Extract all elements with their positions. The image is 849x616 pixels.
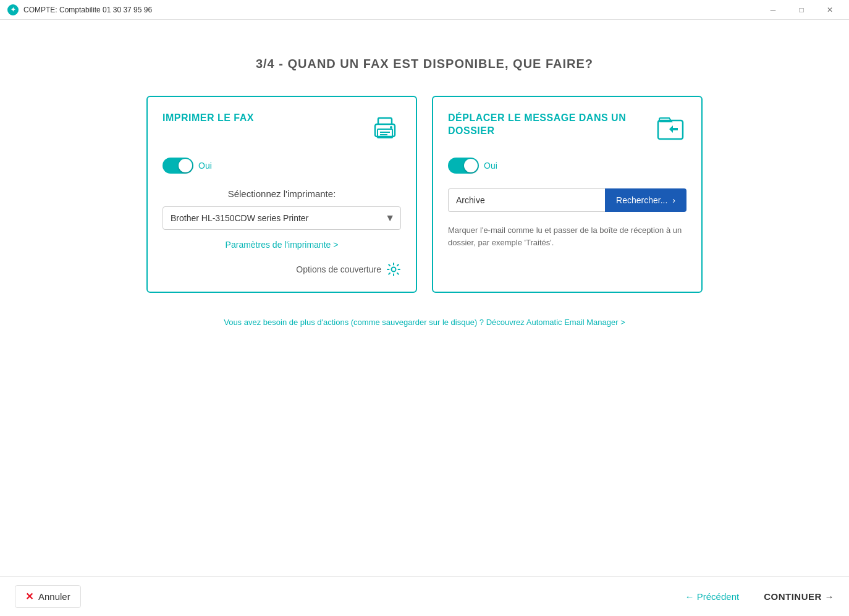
folder-icon [654, 112, 686, 148]
card-print-title: IMPRIMER LE FAX [163, 112, 254, 125]
cancel-label: Annuler [38, 591, 70, 602]
folder-input-row: Rechercher... › [448, 188, 686, 212]
printer-select[interactable]: Brother HL-3150CDW series Printer [163, 206, 401, 230]
bottom-link[interactable]: Vous avez besoin de plus d'actions (comm… [224, 318, 625, 327]
folder-toggle-label: Oui [484, 161, 497, 171]
toggle-knob [179, 159, 192, 172]
cancel-button[interactable]: ✕ Annuler [15, 585, 81, 608]
continue-button[interactable]: CONTINUER → [764, 591, 834, 602]
folder-toggle-container: Oui [448, 158, 686, 174]
footer: ✕ Annuler ← Précédent CONTINUER → [0, 576, 849, 616]
printer-icon [369, 112, 401, 148]
prev-button[interactable]: ← Précédent [685, 591, 740, 602]
folder-toggle[interactable] [448, 158, 479, 174]
app-icon: ✦ [7, 4, 19, 15]
cover-options: Options de couverture [163, 262, 401, 277]
continue-label: CONTINUER → [764, 591, 834, 602]
printer-settings-link[interactable]: Paramètres de l'imprimante > [163, 240, 401, 250]
print-toggle[interactable] [163, 158, 193, 174]
print-toggle-container: Oui [163, 158, 401, 174]
folder-toggle-knob [464, 159, 478, 172]
title-bar: ✦ COMPTE: Comptabilite 01 30 37 95 96 ─ … [0, 0, 849, 20]
arrow-right-icon: › [672, 195, 675, 205]
print-toggle-label: Oui [198, 161, 212, 171]
card-folder: DÉPLACER LE MESSAGE DANS UN DOSSIER Oui [432, 96, 703, 293]
cancel-x-icon: ✕ [25, 591, 33, 602]
gear-button[interactable] [386, 262, 401, 277]
nav-buttons: ← Précédent CONTINUER → [685, 591, 834, 602]
svg-point-5 [392, 268, 396, 272]
rechercher-button[interactable]: Rechercher... › [605, 188, 686, 212]
window-title: COMPTE: Comptabilite 01 30 37 95 96 [23, 6, 152, 14]
printer-select-wrapper: Brother HL-3150CDW series Printer ▼ [163, 206, 401, 230]
rechercher-label: Rechercher... [616, 195, 667, 205]
window-controls: ─ □ ✕ [759, 0, 844, 20]
card-print-header: IMPRIMER LE FAX [163, 112, 401, 148]
cards-container: IMPRIMER LE FAX Oui [146, 96, 703, 293]
card-folder-header: DÉPLACER LE MESSAGE DANS UN DOSSIER [448, 112, 686, 148]
maximize-button[interactable]: □ [787, 0, 816, 20]
folder-description: Marquer l'e-mail comme lu et passer de l… [448, 224, 686, 248]
folder-input[interactable] [448, 188, 605, 212]
gear-icon [386, 262, 401, 277]
title-bar-left: ✦ COMPTE: Comptabilite 01 30 37 95 96 [7, 4, 152, 15]
prev-label: ← Précédent [685, 591, 740, 602]
printer-select-label: Sélectionnez l'imprimante: [163, 188, 401, 199]
minimize-button[interactable]: ─ [759, 0, 787, 20]
svg-point-2 [390, 126, 392, 129]
card-folder-title: DÉPLACER LE MESSAGE DANS UN DOSSIER [448, 112, 654, 138]
close-button[interactable]: ✕ [816, 0, 844, 20]
page-heading: 3/4 - QUAND UN FAX EST DISPONIBLE, QUE F… [256, 57, 593, 71]
card-print: IMPRIMER LE FAX Oui [146, 96, 417, 293]
main-content: 3/4 - QUAND UN FAX EST DISPONIBLE, QUE F… [0, 20, 849, 576]
cover-options-label: Options de couverture [296, 264, 381, 274]
